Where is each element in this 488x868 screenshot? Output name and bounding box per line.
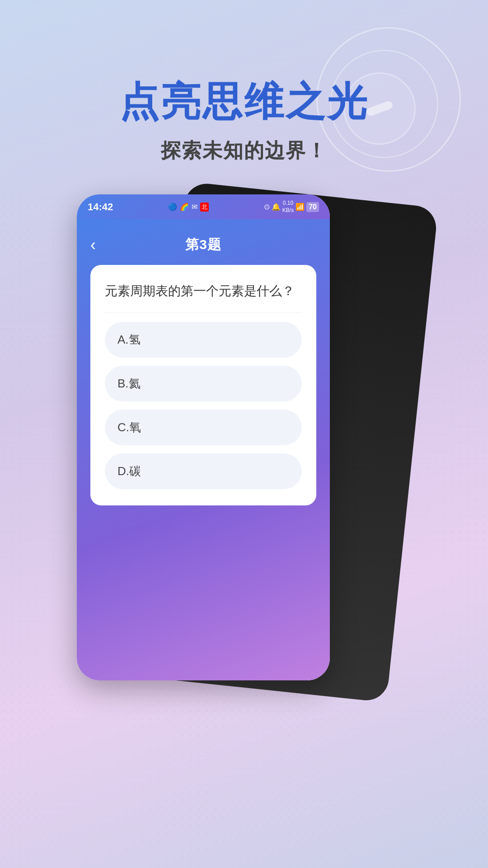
vpn-icon: ⊙: [264, 203, 270, 211]
color-icon: 🌈: [180, 203, 189, 211]
answer-option-d[interactable]: D.碳: [105, 453, 302, 489]
answer-label-b: B.氦: [117, 377, 141, 390]
alarm-icon: 🔔: [272, 203, 281, 211]
promo-icon: 北: [200, 203, 209, 212]
status-bar: 14:42 🔵 🌈 ✉ 北 ⊙ 🔔 0.10 KB/s 📶 70: [77, 194, 330, 219]
question-text: 元素周期表的第一个元素是什么？: [105, 281, 302, 302]
answer-option-b[interactable]: B.氦: [105, 366, 302, 401]
battery-indicator: 70: [306, 202, 319, 212]
nav-bar: ‹ 第3题: [90, 228, 316, 265]
answer-label-a: A.氢: [117, 333, 141, 346]
network-speed: 0.10 KB/s: [282, 200, 294, 214]
main-title: 点亮思维之光: [119, 80, 369, 124]
app-background: ‹ 第3题 元素周期表的第一个元素是什么？ A.氢 B.氦 C.氧 D.碳: [77, 219, 330, 680]
answer-option-a[interactable]: A.氢: [105, 322, 302, 358]
status-icons: 🔵 🌈 ✉ 北: [168, 203, 209, 212]
sub-title: 探索未知的边界！: [161, 137, 327, 164]
answer-option-c[interactable]: C.氧: [105, 410, 302, 445]
back-button[interactable]: ‹: [90, 236, 96, 255]
question-number-title: 第3题: [185, 236, 221, 254]
status-right: ⊙ 🔔 0.10 KB/s 📶 70: [264, 200, 319, 214]
question-divider: [105, 312, 302, 313]
mail-icon: ✉: [192, 203, 197, 211]
phone-main: 14:42 🔵 🌈 ✉ 北 ⊙ 🔔 0.10 KB/s 📶 70 ‹: [77, 194, 330, 680]
top-section: 点亮思维之光 探索未知的边界！: [0, 0, 488, 217]
status-time: 14:42: [88, 201, 113, 213]
answer-label-c: C.氧: [117, 420, 141, 434]
phone-wrapper: 14:42 🔵 🌈 ✉ 北 ⊙ 🔔 0.10 KB/s 📶 70 ‹: [59, 194, 429, 680]
notification-icon: 🔵: [168, 203, 177, 211]
question-card: 元素周期表的第一个元素是什么？ A.氢 B.氦 C.氧 D.碳: [90, 265, 316, 505]
answer-label-d: D.碳: [117, 464, 141, 478]
wifi-icon: 📶: [296, 203, 305, 211]
